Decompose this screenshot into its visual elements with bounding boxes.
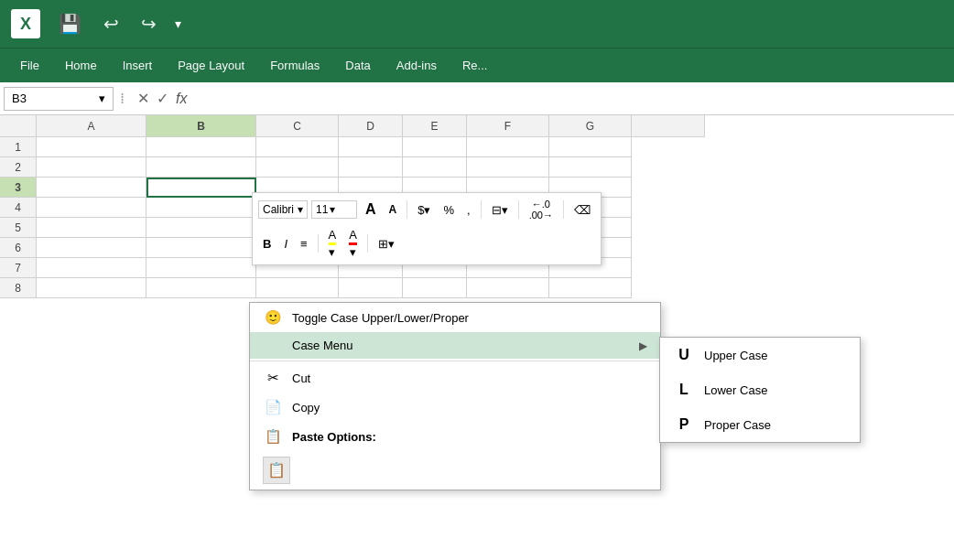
cell-b8[interactable] xyxy=(146,278,256,298)
font-color-button[interactable]: A ▾ xyxy=(344,226,362,261)
cell-reference-box[interactable]: B3 ▾ xyxy=(4,87,114,111)
submenu-proper-case[interactable]: P Proper Case xyxy=(660,407,860,442)
highlight-icon: A xyxy=(329,228,337,242)
menu-insert[interactable]: Insert xyxy=(110,53,166,78)
paste-icon-clipboard[interactable]: 📋 xyxy=(263,457,290,484)
cell-a1[interactable] xyxy=(37,137,146,157)
cell-a4[interactable] xyxy=(37,198,146,218)
cell-a2[interactable] xyxy=(37,157,146,178)
cell-ref-dropdown-icon[interactable]: ▾ xyxy=(99,92,105,105)
font-name-selector[interactable]: Calibri ▾ xyxy=(258,200,308,219)
row-num-8: 8 xyxy=(0,278,37,298)
font-shrink-button[interactable]: A xyxy=(385,201,402,218)
cell-e8[interactable] xyxy=(403,278,467,298)
cell-a6[interactable] xyxy=(37,238,146,258)
upper-case-label: Upper Case xyxy=(704,349,767,362)
cell-g8[interactable] xyxy=(549,278,632,298)
cell-b1[interactable] xyxy=(146,137,256,157)
confirm-formula-button[interactable]: ✓ xyxy=(157,90,168,107)
bold-button[interactable]: B xyxy=(258,235,276,253)
cell-b4[interactable] xyxy=(146,198,256,218)
cell-f2[interactable] xyxy=(467,157,549,178)
cell-e1[interactable] xyxy=(403,137,467,157)
cell-a8[interactable] xyxy=(37,278,146,298)
menu-addins[interactable]: Add-ins xyxy=(384,53,450,78)
quick-access-dropdown[interactable]: ▾ xyxy=(175,16,181,31)
comma-button[interactable]: , xyxy=(462,201,475,219)
eraser-button[interactable]: ⌫ xyxy=(569,201,595,219)
ctx-cut[interactable]: ✂ Cut xyxy=(250,363,660,393)
col-header-overflow[interactable] xyxy=(632,115,705,137)
row-num-1: 1 xyxy=(0,137,37,157)
font-grow-button[interactable]: A xyxy=(361,199,381,220)
row-num-2: 2 xyxy=(0,157,37,178)
ctx-paste-options[interactable]: 📋 Paste Options: xyxy=(250,422,660,451)
cut-icon: ✂ xyxy=(263,370,283,386)
submenu-lower-case[interactable]: L Lower Case xyxy=(660,372,860,407)
upper-case-icon: U xyxy=(675,347,693,363)
cell-b3[interactable] xyxy=(146,178,256,198)
highlight-color-button[interactable]: A ▾ xyxy=(324,226,341,261)
cell-b6[interactable] xyxy=(146,238,256,258)
font-size-selector[interactable]: 11 ▾ xyxy=(311,200,357,219)
row-num-5: 5 xyxy=(0,218,37,238)
merge-button[interactable]: ⊟▾ xyxy=(487,201,513,219)
excel-logo: X xyxy=(11,9,40,38)
border-button[interactable]: ⊞▾ xyxy=(374,235,399,253)
col-header-g[interactable]: G xyxy=(549,115,632,137)
col-header-c[interactable]: C xyxy=(256,115,339,137)
cell-b7[interactable] xyxy=(146,258,256,278)
col-header-b[interactable]: B xyxy=(146,115,256,137)
cell-g1[interactable] xyxy=(549,137,632,157)
cell-a3[interactable] xyxy=(37,178,146,198)
table-row: 2 xyxy=(0,157,954,178)
cell-f8[interactable] xyxy=(467,278,549,298)
cell-a5[interactable] xyxy=(37,218,146,238)
font-color-icon: A xyxy=(349,228,357,242)
cell-b2[interactable] xyxy=(146,157,256,178)
undo-button[interactable]: ↩ xyxy=(100,9,123,38)
case-submenu: U Upper Case L Lower Case P Proper Case xyxy=(659,337,861,443)
font-size-dropdown-icon: ▾ xyxy=(330,203,335,216)
cell-b5[interactable] xyxy=(146,218,256,238)
formula-input[interactable] xyxy=(201,87,950,111)
cancel-formula-button[interactable]: ✕ xyxy=(137,90,149,107)
menu-page-layout[interactable]: Page Layout xyxy=(165,53,257,78)
menu-review[interactable]: Re... xyxy=(450,53,500,78)
context-menu: 🙂 Toggle Case Upper/Lower/Proper Case Me… xyxy=(249,302,661,490)
submenu-upper-case[interactable]: U Upper Case xyxy=(660,338,860,372)
cell-d2[interactable] xyxy=(339,157,403,178)
menu-file[interactable]: File xyxy=(7,53,52,78)
cut-label: Cut xyxy=(292,372,647,385)
cell-c2[interactable] xyxy=(256,157,339,178)
align-button[interactable]: ≡ xyxy=(296,235,312,253)
menu-home[interactable]: Home xyxy=(52,53,110,78)
col-header-e[interactable]: E xyxy=(403,115,467,137)
cell-c8[interactable] xyxy=(256,278,339,298)
col-header-d[interactable]: D xyxy=(339,115,403,137)
separator4 xyxy=(563,200,564,219)
cell-c1[interactable] xyxy=(256,137,339,157)
col-header-f[interactable]: F xyxy=(467,115,549,137)
cell-g2[interactable] xyxy=(549,157,632,178)
table-row: 8 xyxy=(0,278,954,298)
percent-button[interactable]: % xyxy=(439,201,459,219)
currency-button[interactable]: $▾ xyxy=(413,201,435,219)
ctx-copy[interactable]: 📄 Copy xyxy=(250,393,660,422)
cell-f1[interactable] xyxy=(467,137,549,157)
cell-d1[interactable] xyxy=(339,137,403,157)
menu-formulas[interactable]: Formulas xyxy=(257,53,332,78)
cell-a7[interactable] xyxy=(37,258,146,278)
cell-d8[interactable] xyxy=(339,278,403,298)
col-header-a[interactable]: A xyxy=(37,115,146,137)
save-button[interactable]: 💾 xyxy=(55,9,85,38)
decrease-decimal-button[interactable]: ←.0.00→ xyxy=(525,197,558,222)
ctx-case-menu[interactable]: Case Menu ▶ xyxy=(250,332,660,359)
ctx-toggle-case[interactable]: 🙂 Toggle Case Upper/Lower/Proper xyxy=(250,303,660,332)
formula-bar-divider: ⁞ xyxy=(117,90,126,107)
menu-data[interactable]: Data xyxy=(332,53,383,78)
cell-e2[interactable] xyxy=(403,157,467,178)
title-bar: X 💾 ↩ ↪ ▾ xyxy=(0,0,954,48)
italic-button[interactable]: I xyxy=(279,235,292,253)
redo-button[interactable]: ↪ xyxy=(137,9,160,38)
